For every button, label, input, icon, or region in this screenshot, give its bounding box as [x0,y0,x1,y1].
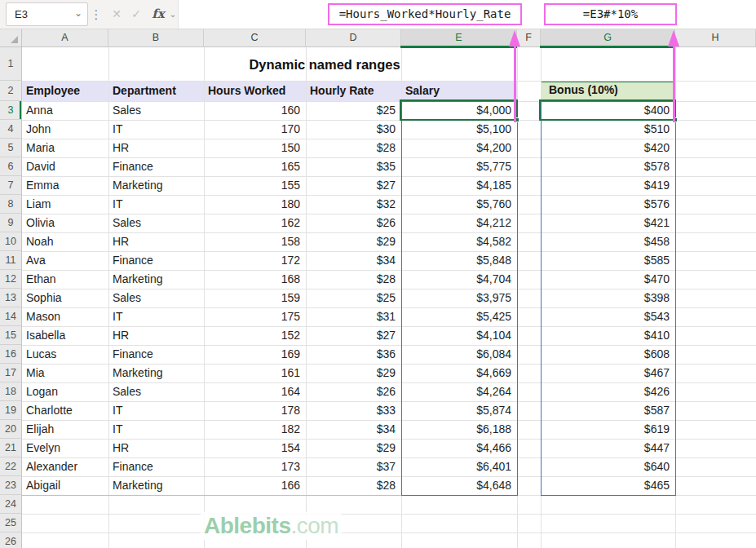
cell-C18[interactable]: 164 [204,382,306,401]
cell-C12[interactable]: 168 [204,270,306,289]
cell-D6[interactable]: $35 [306,157,401,176]
cell-B3[interactable]: Sales [108,101,204,120]
cell-C7[interactable]: 155 [204,176,306,195]
row-header-24[interactable]: 24 [0,495,21,514]
cell-A22[interactable]: Alexander [22,457,108,476]
cell-A17[interactable]: Mia [22,364,108,382]
cell-A13[interactable]: Sophia [22,289,108,307]
cell-B16[interactable]: Finance [108,345,204,364]
cell-B21[interactable]: HR [108,439,204,457]
row-header-23[interactable]: 23 [0,476,21,495]
cell-C23[interactable]: 166 [204,476,306,495]
cell-B23[interactable]: Marketing [108,476,204,495]
cell-B10[interactable]: HR [108,232,204,251]
cell-D19[interactable]: $33 [306,401,401,420]
cell-A20[interactable]: Elijah [22,420,108,439]
cell-B13[interactable]: Sales [108,289,204,307]
cell-D8[interactable]: $32 [306,195,401,214]
cell-B4[interactable]: IT [108,120,204,139]
cell-D12[interactable]: $28 [306,270,401,289]
cell-A9[interactable]: Olivia [22,214,108,232]
cell-C6[interactable]: 165 [204,157,306,176]
cell-D4[interactable]: $30 [306,120,401,139]
column-header-A[interactable]: A [22,29,108,47]
cell-D16[interactable]: $36 [306,345,401,364]
cell-A8[interactable]: Liam [22,195,108,214]
row-header-15[interactable]: 15 [0,326,21,345]
cell-B17[interactable]: Marketing [108,364,204,382]
cell-C15[interactable]: 152 [204,326,306,345]
column-header-G[interactable]: G [541,29,675,47]
header-cell-employee[interactable]: Employee [22,81,108,101]
header-cell-salary[interactable]: Salary [401,81,517,101]
row-header-16[interactable]: 16 [0,345,21,364]
column-header-D[interactable]: D [306,29,401,47]
cell-B11[interactable]: Finance [108,251,204,270]
cell-B20[interactable]: IT [108,420,204,439]
cell-C10[interactable]: 158 [204,232,306,251]
cell-B5[interactable]: HR [108,139,204,157]
header-cell-department[interactable]: Department [108,81,204,101]
cell-A14[interactable]: Mason [22,307,108,326]
row-header-2[interactable]: 2 [0,81,21,101]
cell-B9[interactable]: Sales [108,214,204,232]
cell-C5[interactable]: 150 [204,139,306,157]
row-header-3[interactable]: 3 [0,101,21,120]
cell-A12[interactable]: Ethan [22,270,108,289]
column-header-B[interactable]: B [108,29,204,47]
cell-D23[interactable]: $28 [306,476,401,495]
cell-C11[interactable]: 172 [204,251,306,270]
column-header-H[interactable]: H [675,29,756,47]
cell-B12[interactable]: Marketing [108,270,204,289]
cell-C20[interactable]: 182 [204,420,306,439]
row-header-8[interactable]: 8 [0,195,21,214]
cell-C13[interactable]: 159 [204,289,306,307]
row-header-18[interactable]: 18 [0,382,21,401]
row-header-17[interactable]: 17 [0,364,21,382]
cell-C17[interactable]: 161 [204,364,306,382]
cell-D15[interactable]: $27 [306,326,401,345]
row-header-6[interactable]: 6 [0,157,21,176]
cell-C3[interactable]: 160 [204,101,306,120]
header-cell-bonus[interactable]: Bonus (10%) [545,80,675,100]
confirm-check-icon[interactable]: ✓ [127,0,145,29]
cell-B18[interactable]: Sales [108,382,204,401]
cell-C9[interactable]: 162 [204,214,306,232]
cell-D20[interactable]: $34 [306,420,401,439]
row-header-7[interactable]: 7 [0,176,21,195]
row-header-13[interactable]: 13 [0,289,21,307]
cell-A11[interactable]: Ava [22,251,108,270]
cell-D18[interactable]: $26 [306,382,401,401]
row-header-11[interactable]: 11 [0,251,21,270]
cell-A10[interactable]: Noah [22,232,108,251]
cell-D10[interactable]: $29 [306,232,401,251]
cell-A4[interactable]: John [22,120,108,139]
insert-function-fx-icon[interactable]: fx [148,0,168,29]
cell-D14[interactable]: $31 [306,307,401,326]
cell-B14[interactable]: IT [108,307,204,326]
cell-A5[interactable]: Maria [22,139,108,157]
fx-chevron-down-icon[interactable]: ⌄ [167,0,179,29]
cell-D5[interactable]: $28 [306,139,401,157]
cell-A16[interactable]: Lucas [22,345,108,364]
row-header-20[interactable]: 20 [0,420,21,439]
row-header-9[interactable]: 9 [0,214,21,232]
column-header-C[interactable]: C [204,29,306,47]
select-all-button[interactable] [0,29,22,47]
cell-C14[interactable]: 175 [204,307,306,326]
cell-B19[interactable]: IT [108,401,204,420]
cell-B8[interactable]: IT [108,195,204,214]
cell-D21[interactable]: $29 [306,439,401,457]
row-header-5[interactable]: 5 [0,139,21,157]
cell-A15[interactable]: Isabella [22,326,108,345]
row-header-4[interactable]: 4 [0,120,21,139]
cell-C19[interactable]: 178 [204,401,306,420]
cell-B15[interactable]: HR [108,326,204,345]
header-cell-hourly-rate[interactable]: Hourly Rate [306,81,401,101]
cancel-x-icon[interactable]: ✕ [108,0,126,29]
cell-C22[interactable]: 173 [204,457,306,476]
cell-C4[interactable]: 170 [204,120,306,139]
cell-A7[interactable]: Emma [22,176,108,195]
cell-C16[interactable]: 169 [204,345,306,364]
cell-D13[interactable]: $25 [306,289,401,307]
